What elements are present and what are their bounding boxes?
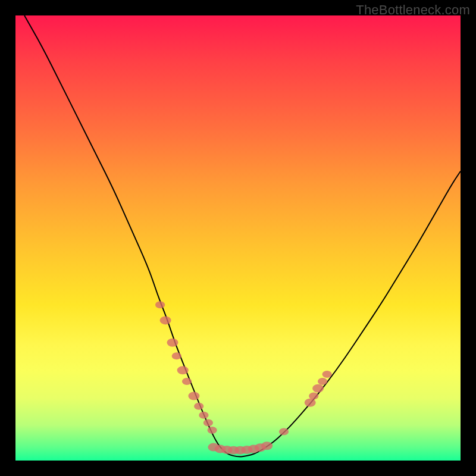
bottleneck-curve (24, 15, 461, 456)
scatter-dot (279, 428, 289, 435)
scatter-dot (305, 399, 316, 407)
scatter-dot (318, 378, 327, 385)
chart-area (15, 15, 461, 461)
scatter-dot (167, 339, 178, 347)
scatter-dot (182, 378, 192, 385)
scatter-dot (199, 412, 208, 419)
scatter-dot (177, 366, 189, 374)
scatter-dot (208, 427, 217, 434)
scatter-dots (155, 301, 332, 455)
scatter-dot (203, 419, 213, 426)
scatter-dot (261, 441, 273, 450)
scatter-dot (155, 301, 165, 308)
scatter-dot (188, 392, 199, 400)
watermark-text: TheBottleneck.com (356, 2, 470, 18)
chart-svg (15, 15, 461, 461)
scatter-dot (172, 352, 181, 359)
scatter-dot (312, 384, 324, 393)
scatter-dot (160, 316, 171, 324)
scatter-dot (194, 403, 203, 410)
scatter-dot (322, 371, 332, 378)
scatter-dot (309, 393, 318, 400)
